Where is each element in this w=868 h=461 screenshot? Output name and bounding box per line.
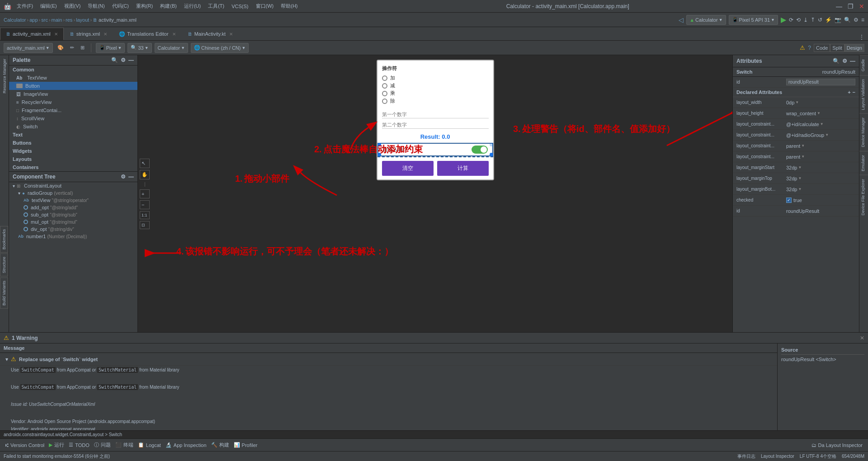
bc-main[interactable]: main (52, 17, 62, 23)
tree-item-sub-opt[interactable]: sub_opt "@string/sub" (20, 211, 137, 218)
palette-cat-containers[interactable]: Containers (9, 163, 137, 171)
tool-build[interactable]: 🔨 构建 (209, 442, 231, 448)
device-dropdown[interactable]: 📱 Pixel 5 API 31 ▼ (729, 15, 778, 25)
attr-value-margin-start[interactable]: 32dp ▼ (786, 165, 855, 170)
device-size-dropdown[interactable]: 📱 Pixel ▼ (96, 43, 125, 53)
right-tab-layout-validation[interactable]: Layout Validation (859, 75, 868, 113)
menu-vcs[interactable]: VCS(S) (230, 4, 250, 9)
menu-help[interactable]: 帮助(H) (279, 3, 299, 9)
attr-settings-icon[interactable]: ⚙ (842, 58, 847, 64)
attr-value-constraint2[interactable]: @+id/radioGroup ▼ (786, 132, 855, 138)
menu-edit[interactable]: 编辑(E) (38, 3, 59, 9)
palette-item-scrollview[interactable]: ↕ ScrollView (9, 114, 137, 122)
bc-calculator[interactable]: Calculator (4, 17, 26, 23)
attr-value-height[interactable]: wrap_content ▼ (786, 111, 855, 116)
toolbar-icon-2[interactable]: ⟲ (796, 17, 801, 23)
palette-item-switch[interactable]: ◐ Switch (9, 122, 137, 131)
warning-main-item[interactable]: ▾ ⚠ Replace usage of `Switch` widget (0, 353, 777, 366)
maximize-button[interactable]: ❐ (848, 3, 854, 10)
tool-profiler[interactable]: 📊 Profiler (232, 442, 259, 448)
close-button[interactable]: ✕ (859, 3, 864, 10)
minimize-button[interactable]: — (836, 3, 842, 10)
preview-input1[interactable] (382, 111, 489, 118)
left-tab-bookmarks[interactable]: Bookmarks (0, 226, 8, 253)
canvas-toolbar-select[interactable]: ↖ (140, 159, 150, 168)
palette-cat-buttons[interactable]: Buttons (9, 139, 137, 147)
design-view-btn[interactable]: Design (844, 44, 864, 52)
tree-item-textview[interactable]: Ab textView "@string/operator" (20, 197, 137, 204)
toolbar-icon-5[interactable]: ↺ (818, 17, 822, 23)
attr-value-margin-top[interactable]: 32dp ▼ (786, 176, 855, 181)
toolbar-icon-8[interactable]: 🔍 (844, 17, 851, 23)
bc-src[interactable]: src (41, 17, 48, 23)
attr-value-constraint1[interactable]: @+id/calculate ▼ (786, 122, 855, 127)
toolbar-icon-4[interactable]: ⤒ (811, 17, 815, 23)
help-icon[interactable]: ? (808, 45, 811, 51)
tree-item-mul-opt[interactable]: mul_opt "@string/mul" (20, 218, 137, 226)
tree-item-number1[interactable]: Ab number1 (Number (Decimal)) (14, 233, 137, 240)
palette-cat-layouts[interactable]: Layouts (9, 155, 137, 163)
palette-item-fragment[interactable]: □ FragmentContai... (9, 106, 137, 114)
tree-item-add-opt[interactable]: add_opt "@string/add" (20, 204, 137, 211)
canvas-toolbar-fitall[interactable]: ⊡ (140, 221, 150, 229)
palette-item-button[interactable]: Button (9, 82, 137, 90)
tree-item-radiogroup[interactable]: ▾ ● radioGroup (vertical) (14, 189, 137, 197)
canvas-toolbar-pan[interactable]: ✋ (140, 170, 150, 179)
tab-overflow[interactable]: ⋮ (855, 34, 868, 40)
tool-terminal[interactable]: ⬛ 终端 (113, 442, 135, 448)
toolbar-icon-3[interactable]: ⤓ (803, 17, 808, 23)
menu-view[interactable]: 视图(V) (62, 3, 83, 9)
tool-layout-inspector[interactable]: 🗂 Da Layout Inspector (810, 442, 864, 448)
preview-clear-btn[interactable]: 清空 (382, 161, 434, 176)
attr-search-icon[interactable]: 🔍 (833, 58, 840, 64)
attr-input-id[interactable] (786, 79, 855, 85)
palette-collapse-icon[interactable]: — (128, 57, 134, 63)
menu-code[interactable]: 代码(C) (110, 3, 131, 9)
palette-cat-text[interactable]: Text (9, 131, 137, 139)
palette-cat-widgets[interactable]: Widgets (9, 147, 137, 155)
toolbar-icon-7[interactable]: 📷 (835, 17, 841, 23)
attr-value-constraint3[interactable]: parent ▼ (786, 143, 855, 149)
back-arrow[interactable]: ◁ (679, 16, 684, 24)
menu-window[interactable]: 窗口(W) (254, 3, 276, 9)
zoom-dropdown[interactable]: 🔍 33 ▼ (127, 43, 151, 53)
canvas-toolbar-plus[interactable]: + (140, 189, 150, 198)
attr-checked-checkbox[interactable] (786, 198, 792, 203)
left-tab-build-variants[interactable]: Build Variants (0, 278, 8, 309)
bc-layout[interactable]: layout (76, 17, 89, 23)
attr-value-width[interactable]: 0dp ▼ (786, 100, 855, 105)
warning-icon[interactable]: ⚠ (800, 44, 805, 51)
toolbar-icon-6[interactable]: ⚡ (825, 17, 832, 23)
app-theme-dropdown[interactable]: Calculator ▼ (155, 43, 188, 53)
tab-close-mainactivity[interactable]: ✕ (229, 32, 233, 37)
locale-dropdown[interactable]: 🌐 Chinese (zh / CN) ▼ (191, 43, 249, 53)
tab-activity-main-xml[interactable]: 🗎 activity_main.xml ✕ (0, 28, 64, 40)
tree-settings-icon[interactable]: ⚙ (121, 174, 126, 180)
palette-item-recyclerview[interactable]: ≡ RecyclerView (9, 98, 137, 106)
split-view-btn[interactable]: Split (830, 44, 844, 52)
blueprint-mode-btn[interactable]: ✏ (68, 44, 76, 52)
attr-value-constraint4[interactable]: parent ▼ (786, 154, 855, 160)
right-tab-emulator[interactable]: Emulator (859, 151, 868, 175)
layout-inspector-status[interactable]: Layout Inspector (761, 454, 794, 459)
right-tab-device-manager[interactable]: Device Manager (859, 113, 868, 151)
menu-refactor[interactable]: 重构(R) (134, 3, 155, 9)
warning-close[interactable]: ✕ (860, 335, 864, 341)
attr-remove-icon[interactable]: − (853, 89, 855, 95)
tree-collapse-icon[interactable]: — (128, 174, 134, 180)
canvas-toolbar-11[interactable]: 1:1 (140, 211, 150, 219)
preview-input2[interactable] (382, 121, 489, 129)
tool-app-inspection[interactable]: 🔬 App Inspection (164, 442, 208, 448)
attr-add-icon[interactable]: + (848, 89, 850, 95)
resource-manager-tab[interactable]: Resource Manager (1, 57, 8, 95)
preview-calc-btn[interactable]: 计算 (437, 161, 489, 176)
tree-item-div-opt[interactable]: div_opt "@string/div" (20, 226, 137, 233)
design-mode-btn[interactable]: 🎨 (56, 44, 66, 52)
attr-value-margin-bot[interactable]: 32dp ▼ (786, 187, 855, 192)
both-mode-btn[interactable]: ⊞ (79, 44, 86, 52)
left-tab-structure[interactable]: Structure (0, 254, 8, 277)
tab-close-strings[interactable]: ✕ (104, 32, 107, 37)
toolbar-icon-9[interactable]: ⚙ (854, 17, 859, 23)
code-view-btn[interactable]: Code (814, 44, 830, 52)
menu-build[interactable]: 构建(B) (158, 3, 179, 9)
